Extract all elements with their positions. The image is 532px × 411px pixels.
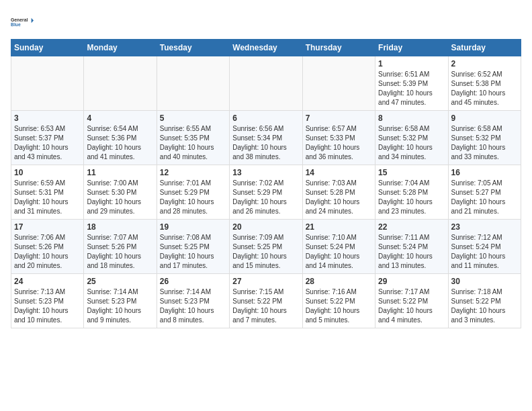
day-info: Sunrise: 7:14 AM Sunset: 5:23 PM Dayligh… xyxy=(160,287,226,325)
day-info: Sunrise: 7:08 AM Sunset: 5:25 PM Dayligh… xyxy=(160,233,226,271)
day-number: 15 xyxy=(378,168,445,177)
calendar-cell: 28Sunrise: 7:16 AM Sunset: 5:22 PM Dayli… xyxy=(302,274,375,328)
calendar-week-row: 24Sunrise: 7:13 AM Sunset: 5:23 PM Dayli… xyxy=(11,274,521,328)
day-number: 3 xyxy=(14,113,81,123)
calendar-cell: 27Sunrise: 7:15 AM Sunset: 5:22 PM Dayli… xyxy=(230,274,302,328)
calendar-table: SundayMondayTuesdayWednesdayThursdayFrid… xyxy=(11,39,521,328)
weekday-header: Tuesday xyxy=(157,40,229,56)
calendar-cell xyxy=(11,56,84,111)
day-info: Sunrise: 6:58 AM Sunset: 5:32 PM Dayligh… xyxy=(378,124,445,162)
day-info: Sunrise: 7:17 AM Sunset: 5:22 PM Dayligh… xyxy=(378,287,445,325)
day-number: 26 xyxy=(160,277,226,286)
calendar-cell: 18Sunrise: 7:07 AM Sunset: 5:26 PM Dayli… xyxy=(84,220,157,274)
calendar-cell: 11Sunrise: 7:00 AM Sunset: 5:30 PM Dayli… xyxy=(84,165,157,220)
calendar-cell: 5Sunrise: 6:55 AM Sunset: 5:35 PM Daylig… xyxy=(157,111,229,165)
svg-text:Blue: Blue xyxy=(11,22,21,27)
day-number: 28 xyxy=(306,277,372,286)
calendar-cell: 10Sunrise: 6:59 AM Sunset: 5:31 PM Dayli… xyxy=(11,165,84,220)
day-number: 11 xyxy=(87,168,153,177)
day-info: Sunrise: 7:03 AM Sunset: 5:28 PM Dayligh… xyxy=(306,179,372,216)
day-number: 9 xyxy=(451,113,518,123)
calendar-cell: 1Sunrise: 6:51 AM Sunset: 5:39 PM Daylig… xyxy=(375,56,448,111)
calendar-cell: 13Sunrise: 7:02 AM Sunset: 5:29 PM Dayli… xyxy=(230,165,302,220)
calendar-cell: 23Sunrise: 7:12 AM Sunset: 5:24 PM Dayli… xyxy=(448,220,521,274)
day-number: 21 xyxy=(306,222,372,232)
day-number: 8 xyxy=(378,113,445,123)
calendar-cell: 17Sunrise: 7:06 AM Sunset: 5:26 PM Dayli… xyxy=(11,220,84,274)
day-number: 23 xyxy=(451,222,518,232)
day-number: 29 xyxy=(378,277,445,286)
day-info: Sunrise: 7:01 AM Sunset: 5:29 PM Dayligh… xyxy=(160,179,226,216)
day-info: Sunrise: 6:55 AM Sunset: 5:35 PM Dayligh… xyxy=(160,124,226,162)
day-number: 6 xyxy=(232,113,299,123)
calendar-cell: 12Sunrise: 7:01 AM Sunset: 5:29 PM Dayli… xyxy=(157,165,229,220)
weekday-header: Monday xyxy=(84,40,157,56)
calendar-week-row: 3Sunrise: 6:53 AM Sunset: 5:37 PM Daylig… xyxy=(11,111,521,165)
calendar-cell: 9Sunrise: 6:58 AM Sunset: 5:32 PM Daylig… xyxy=(448,111,521,165)
day-info: Sunrise: 7:13 AM Sunset: 5:23 PM Dayligh… xyxy=(14,287,81,325)
weekday-header-row: SundayMondayTuesdayWednesdayThursdayFrid… xyxy=(11,40,521,56)
weekday-header: Wednesday xyxy=(230,40,302,56)
calendar-cell: 26Sunrise: 7:14 AM Sunset: 5:23 PM Dayli… xyxy=(157,274,229,328)
calendar-cell xyxy=(157,56,229,111)
day-info: Sunrise: 6:52 AM Sunset: 5:38 PM Dayligh… xyxy=(451,70,518,107)
day-number: 12 xyxy=(160,168,226,177)
calendar-cell: 22Sunrise: 7:11 AM Sunset: 5:24 PM Dayli… xyxy=(375,220,448,274)
calendar-cell: 20Sunrise: 7:09 AM Sunset: 5:25 PM Dayli… xyxy=(230,220,302,274)
calendar-cell: 15Sunrise: 7:04 AM Sunset: 5:28 PM Dayli… xyxy=(375,165,448,220)
day-info: Sunrise: 6:59 AM Sunset: 5:31 PM Dayligh… xyxy=(14,179,81,216)
day-number: 5 xyxy=(160,113,226,123)
day-info: Sunrise: 7:14 AM Sunset: 5:23 PM Dayligh… xyxy=(87,287,153,325)
day-info: Sunrise: 6:57 AM Sunset: 5:33 PM Dayligh… xyxy=(306,124,372,162)
day-number: 30 xyxy=(451,277,518,286)
calendar-week-row: 1Sunrise: 6:51 AM Sunset: 5:39 PM Daylig… xyxy=(11,56,521,111)
calendar-cell: 14Sunrise: 7:03 AM Sunset: 5:28 PM Dayli… xyxy=(302,165,375,220)
day-info: Sunrise: 7:12 AM Sunset: 5:24 PM Dayligh… xyxy=(451,233,518,271)
calendar-cell: 25Sunrise: 7:14 AM Sunset: 5:23 PM Dayli… xyxy=(84,274,157,328)
day-info: Sunrise: 6:51 AM Sunset: 5:39 PM Dayligh… xyxy=(378,70,445,107)
day-number: 27 xyxy=(232,277,299,286)
day-number: 22 xyxy=(378,222,445,232)
day-info: Sunrise: 6:53 AM Sunset: 5:37 PM Dayligh… xyxy=(14,124,81,162)
day-info: Sunrise: 7:11 AM Sunset: 5:24 PM Dayligh… xyxy=(378,233,445,271)
calendar-cell: 30Sunrise: 7:18 AM Sunset: 5:22 PM Dayli… xyxy=(448,274,521,328)
day-info: Sunrise: 6:54 AM Sunset: 5:36 PM Dayligh… xyxy=(87,124,153,162)
day-number: 16 xyxy=(451,168,518,177)
calendar-cell: 19Sunrise: 7:08 AM Sunset: 5:25 PM Dayli… xyxy=(157,220,229,274)
calendar-cell xyxy=(230,56,302,111)
calendar-cell: 16Sunrise: 7:05 AM Sunset: 5:27 PM Dayli… xyxy=(448,165,521,220)
day-info: Sunrise: 6:58 AM Sunset: 5:32 PM Dayligh… xyxy=(451,124,518,162)
day-number: 24 xyxy=(14,277,81,286)
day-info: Sunrise: 7:10 AM Sunset: 5:24 PM Dayligh… xyxy=(306,233,372,271)
day-info: Sunrise: 6:56 AM Sunset: 5:34 PM Dayligh… xyxy=(232,124,299,162)
logo: General Blue xyxy=(11,11,34,34)
weekday-header: Saturday xyxy=(448,40,521,56)
day-number: 1 xyxy=(378,59,445,68)
weekday-header: Thursday xyxy=(302,40,375,56)
day-number: 17 xyxy=(14,222,81,232)
day-info: Sunrise: 7:05 AM Sunset: 5:27 PM Dayligh… xyxy=(451,179,518,216)
day-number: 20 xyxy=(232,222,299,232)
svg-text:General: General xyxy=(11,17,28,22)
day-number: 18 xyxy=(87,222,153,232)
weekday-header: Sunday xyxy=(11,40,84,56)
day-number: 25 xyxy=(87,277,153,286)
day-number: 14 xyxy=(306,168,372,177)
calendar-cell: 3Sunrise: 6:53 AM Sunset: 5:37 PM Daylig… xyxy=(11,111,84,165)
day-number: 7 xyxy=(306,113,372,123)
day-info: Sunrise: 7:09 AM Sunset: 5:25 PM Dayligh… xyxy=(232,233,299,271)
day-number: 19 xyxy=(160,222,226,232)
day-info: Sunrise: 7:02 AM Sunset: 5:29 PM Dayligh… xyxy=(232,179,299,216)
day-number: 13 xyxy=(232,168,299,177)
day-info: Sunrise: 7:16 AM Sunset: 5:22 PM Dayligh… xyxy=(306,287,372,325)
day-number: 2 xyxy=(451,59,518,68)
calendar-cell: 29Sunrise: 7:17 AM Sunset: 5:22 PM Dayli… xyxy=(375,274,448,328)
calendar-week-row: 17Sunrise: 7:06 AM Sunset: 5:26 PM Dayli… xyxy=(11,220,521,274)
calendar-cell: 8Sunrise: 6:58 AM Sunset: 5:32 PM Daylig… xyxy=(375,111,448,165)
day-info: Sunrise: 7:06 AM Sunset: 5:26 PM Dayligh… xyxy=(14,233,81,271)
calendar-week-row: 10Sunrise: 6:59 AM Sunset: 5:31 PM Dayli… xyxy=(11,165,521,220)
day-number: 4 xyxy=(87,113,153,123)
svg-marker-2 xyxy=(32,18,34,24)
calendar-cell: 7Sunrise: 6:57 AM Sunset: 5:33 PM Daylig… xyxy=(302,111,375,165)
calendar-cell: 4Sunrise: 6:54 AM Sunset: 5:36 PM Daylig… xyxy=(84,111,157,165)
